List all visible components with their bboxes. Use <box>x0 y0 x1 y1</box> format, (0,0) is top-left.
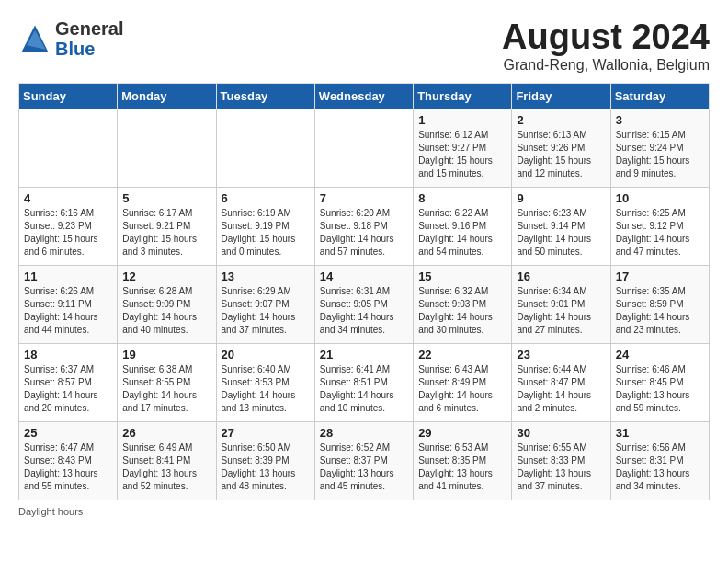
calendar-header-thursday: Thursday <box>414 83 512 109</box>
day-info: Sunrise: 6:17 AM Sunset: 9:21 PM Dayligh… <box>122 207 210 259</box>
calendar-table: SundayMondayTuesdayWednesdayThursdayFrid… <box>18 83 710 500</box>
day-info: Sunrise: 6:38 AM Sunset: 8:55 PM Dayligh… <box>122 363 210 415</box>
day-info: Sunrise: 6:50 AM Sunset: 8:39 PM Dayligh… <box>222 442 310 493</box>
calendar-cell: 2Sunrise: 6:13 AM Sunset: 9:26 PM Daylig… <box>512 109 610 187</box>
title-block: August 2024 Grand-Reng, Wallonia, Belgiu… <box>502 18 710 74</box>
day-number: 10 <box>616 191 704 205</box>
calendar-cell: 3Sunrise: 6:15 AM Sunset: 9:24 PM Daylig… <box>610 109 709 187</box>
calendar-header-sunday: Sunday <box>19 83 118 109</box>
day-info: Sunrise: 6:55 AM Sunset: 8:33 PM Dayligh… <box>517 442 605 493</box>
day-info: Sunrise: 6:16 AM Sunset: 9:23 PM Dayligh… <box>24 207 112 259</box>
day-info: Sunrise: 6:34 AM Sunset: 9:01 PM Dayligh… <box>517 285 605 337</box>
calendar-body: 1Sunrise: 6:12 AM Sunset: 9:27 PM Daylig… <box>19 109 710 500</box>
calendar-cell: 17Sunrise: 6:35 AM Sunset: 8:59 PM Dayli… <box>610 265 709 343</box>
day-info: Sunrise: 6:32 AM Sunset: 9:03 PM Dayligh… <box>418 285 506 337</box>
calendar-cell <box>216 109 314 187</box>
calendar-cell: 10Sunrise: 6:25 AM Sunset: 9:12 PM Dayli… <box>610 187 709 265</box>
calendar-cell: 6Sunrise: 6:19 AM Sunset: 9:19 PM Daylig… <box>216 187 314 265</box>
calendar-cell: 26Sunrise: 6:49 AM Sunset: 8:41 PM Dayli… <box>118 421 216 500</box>
day-info: Sunrise: 6:43 AM Sunset: 8:49 PM Dayligh… <box>418 363 506 415</box>
calendar-header-monday: Monday <box>118 83 216 109</box>
day-number: 19 <box>122 348 210 362</box>
calendar-cell: 25Sunrise: 6:47 AM Sunset: 8:43 PM Dayli… <box>19 421 118 500</box>
day-info: Sunrise: 6:23 AM Sunset: 9:14 PM Dayligh… <box>517 207 605 259</box>
logo-text-general: General <box>55 18 123 39</box>
day-info: Sunrise: 6:31 AM Sunset: 9:05 PM Dayligh… <box>320 285 408 337</box>
calendar-cell: 15Sunrise: 6:32 AM Sunset: 9:03 PM Dayli… <box>414 265 512 343</box>
day-info: Sunrise: 6:47 AM Sunset: 8:43 PM Dayligh… <box>24 442 112 493</box>
calendar-cell: 31Sunrise: 6:56 AM Sunset: 8:31 PM Dayli… <box>610 421 709 500</box>
logo-icon <box>18 22 51 55</box>
calendar-title: August 2024 <box>502 18 710 57</box>
day-info: Sunrise: 6:44 AM Sunset: 8:47 PM Dayligh… <box>517 363 605 415</box>
day-number: 8 <box>418 191 506 205</box>
calendar-header-row: SundayMondayTuesdayWednesdayThursdayFrid… <box>19 83 710 109</box>
calendar-cell: 9Sunrise: 6:23 AM Sunset: 9:14 PM Daylig… <box>512 187 610 265</box>
day-number: 12 <box>122 270 210 283</box>
calendar-cell <box>19 109 118 187</box>
day-number: 25 <box>24 426 112 440</box>
day-info: Sunrise: 6:56 AM Sunset: 8:31 PM Dayligh… <box>616 442 704 493</box>
logo-text-blue: Blue <box>55 39 95 59</box>
page-header: General Blue August 2024 Grand-Reng, Wal… <box>18 18 710 74</box>
calendar-week-1: 1Sunrise: 6:12 AM Sunset: 9:27 PM Daylig… <box>19 109 710 187</box>
calendar-cell: 18Sunrise: 6:37 AM Sunset: 8:57 PM Dayli… <box>19 343 118 421</box>
day-info: Sunrise: 6:13 AM Sunset: 9:26 PM Dayligh… <box>517 129 605 180</box>
day-number: 28 <box>320 426 408 440</box>
day-number: 29 <box>418 426 506 440</box>
day-info: Sunrise: 6:20 AM Sunset: 9:18 PM Dayligh… <box>320 207 408 259</box>
day-number: 21 <box>320 348 408 362</box>
day-info: Sunrise: 6:28 AM Sunset: 9:09 PM Dayligh… <box>122 285 210 337</box>
day-info: Sunrise: 6:12 AM Sunset: 9:27 PM Dayligh… <box>418 129 506 180</box>
day-number: 13 <box>222 270 310 283</box>
day-number: 23 <box>517 348 605 362</box>
calendar-cell: 5Sunrise: 6:17 AM Sunset: 9:21 PM Daylig… <box>118 187 216 265</box>
calendar-cell: 19Sunrise: 6:38 AM Sunset: 8:55 PM Dayli… <box>118 343 216 421</box>
day-info: Sunrise: 6:52 AM Sunset: 8:37 PM Dayligh… <box>320 442 408 493</box>
day-number: 5 <box>122 191 210 205</box>
day-number: 14 <box>320 270 408 283</box>
calendar-cell <box>314 109 413 187</box>
calendar-week-4: 18Sunrise: 6:37 AM Sunset: 8:57 PM Dayli… <box>19 343 710 421</box>
calendar-week-2: 4Sunrise: 6:16 AM Sunset: 9:23 PM Daylig… <box>19 187 710 265</box>
day-info: Sunrise: 6:37 AM Sunset: 8:57 PM Dayligh… <box>24 363 112 415</box>
day-number: 1 <box>418 113 506 127</box>
day-info: Sunrise: 6:40 AM Sunset: 8:53 PM Dayligh… <box>222 363 310 415</box>
calendar-cell: 16Sunrise: 6:34 AM Sunset: 9:01 PM Dayli… <box>512 265 610 343</box>
calendar-cell: 23Sunrise: 6:44 AM Sunset: 8:47 PM Dayli… <box>512 343 610 421</box>
calendar-cell: 22Sunrise: 6:43 AM Sunset: 8:49 PM Dayli… <box>414 343 512 421</box>
day-info: Sunrise: 6:15 AM Sunset: 9:24 PM Dayligh… <box>616 129 704 180</box>
calendar-cell: 29Sunrise: 6:53 AM Sunset: 8:35 PM Dayli… <box>414 421 512 500</box>
day-number: 18 <box>24 348 112 362</box>
calendar-cell: 8Sunrise: 6:22 AM Sunset: 9:16 PM Daylig… <box>414 187 512 265</box>
calendar-cell <box>118 109 216 187</box>
day-number: 15 <box>418 270 506 283</box>
day-info: Sunrise: 6:19 AM Sunset: 9:19 PM Dayligh… <box>222 207 310 259</box>
day-number: 31 <box>616 426 704 440</box>
day-number: 7 <box>320 191 408 205</box>
day-info: Sunrise: 6:22 AM Sunset: 9:16 PM Dayligh… <box>418 207 506 259</box>
calendar-header-friday: Friday <box>512 83 610 109</box>
calendar-cell: 13Sunrise: 6:29 AM Sunset: 9:07 PM Dayli… <box>216 265 314 343</box>
calendar-header-wednesday: Wednesday <box>314 83 413 109</box>
calendar-cell: 21Sunrise: 6:41 AM Sunset: 8:51 PM Dayli… <box>314 343 413 421</box>
day-number: 22 <box>418 348 506 362</box>
day-info: Sunrise: 6:53 AM Sunset: 8:35 PM Dayligh… <box>418 442 506 493</box>
calendar-header-tuesday: Tuesday <box>216 83 314 109</box>
day-number: 6 <box>222 191 310 205</box>
calendar-week-3: 11Sunrise: 6:26 AM Sunset: 9:11 PM Dayli… <box>19 265 710 343</box>
calendar-cell: 28Sunrise: 6:52 AM Sunset: 8:37 PM Dayli… <box>314 421 413 500</box>
calendar-cell: 14Sunrise: 6:31 AM Sunset: 9:05 PM Dayli… <box>314 265 413 343</box>
day-number: 24 <box>616 348 704 362</box>
day-number: 9 <box>517 191 605 205</box>
day-number: 4 <box>24 191 112 205</box>
calendar-cell: 7Sunrise: 6:20 AM Sunset: 9:18 PM Daylig… <box>314 187 413 265</box>
day-number: 27 <box>222 426 310 440</box>
day-info: Sunrise: 6:46 AM Sunset: 8:45 PM Dayligh… <box>616 363 704 415</box>
calendar-header-saturday: Saturday <box>610 83 709 109</box>
calendar-cell: 30Sunrise: 6:55 AM Sunset: 8:33 PM Dayli… <box>512 421 610 500</box>
calendar-cell: 20Sunrise: 6:40 AM Sunset: 8:53 PM Dayli… <box>216 343 314 421</box>
day-info: Sunrise: 6:26 AM Sunset: 9:11 PM Dayligh… <box>24 285 112 337</box>
calendar-location: Grand-Reng, Wallonia, Belgium <box>502 57 710 74</box>
calendar-cell: 12Sunrise: 6:28 AM Sunset: 9:09 PM Dayli… <box>118 265 216 343</box>
